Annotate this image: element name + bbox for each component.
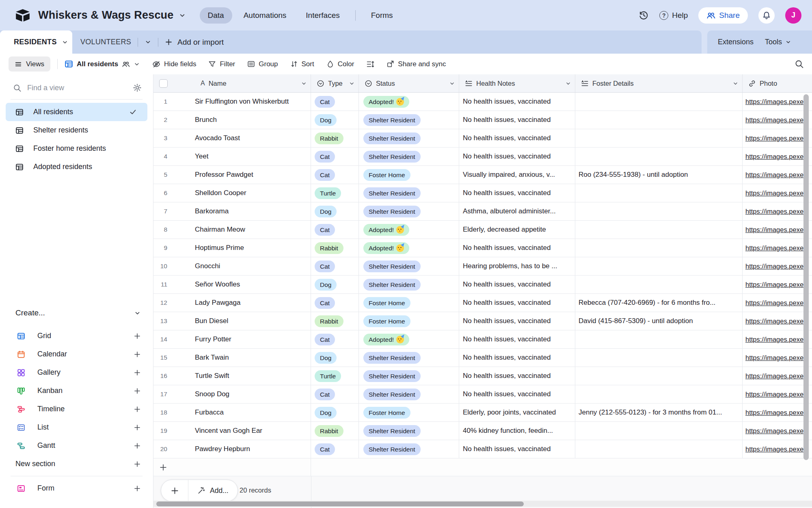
cell-status[interactable]: Foster Home [359,312,459,330]
cell-health-notes[interactable]: Hearing problems, has to be ... [459,257,575,275]
plus-icon[interactable] [134,387,141,395]
table-row[interactable]: 11Señor WooflesDogShelter ResidentNo hea… [153,276,812,294]
cell-health-notes[interactable]: No health issues, vaccinated [459,440,575,458]
cell-foster-details[interactable] [575,385,743,403]
photo-link[interactable]: https://images.pexe [743,208,803,215]
table-row[interactable]: 3Avocado ToastRabbitShelter ResidentNo h… [153,129,812,148]
cell-health-notes[interactable]: Asthma, albuterol administer... [459,202,575,220]
cell-health-notes[interactable]: No health issues, vaccinated [459,239,575,257]
cell-foster-details[interactable] [575,349,743,367]
sidebar-view-all-residents[interactable]: All residents [6,103,147,121]
create-item-gallery[interactable]: Gallery [0,363,153,382]
table-row[interactable]: 9Hoptimus PrimeRabbitAdopted!No health i… [153,239,812,257]
cell-health-notes[interactable]: No health issues, vaccinated [459,148,575,165]
cell-foster-details[interactable] [575,184,743,202]
cell-status[interactable]: Foster Home [359,294,459,312]
cell-status[interactable]: Shelter Resident [359,148,459,165]
cell-photo[interactable]: https://images.pexe [743,148,812,165]
cell-health-notes[interactable]: No health issues, vaccinated [459,184,575,202]
photo-link[interactable]: https://images.pexe [743,317,803,325]
plus-icon[interactable] [134,406,141,413]
create-item-gantt[interactable]: Gantt [0,436,153,455]
table-row[interactable]: 19Vincent van Gogh EarRabbitShelter Resi… [153,422,812,440]
cell-photo[interactable]: https://images.pexe [743,294,812,312]
cell-foster-details[interactable]: Rebecca (707-420-6969) - for 6 months fr… [575,294,743,312]
cell-name[interactable]: 11Señor Woofles [153,276,311,293]
photo-link[interactable]: https://images.pexe [743,153,803,161]
cell-foster-details[interactable] [575,202,743,220]
cell-photo[interactable]: https://images.pexe [743,257,812,275]
cell-status[interactable]: Shelter Resident [359,257,459,275]
cell-name[interactable]: 7Barkorama [153,202,311,220]
cell-health-notes[interactable]: No health issues, vaccinated [459,330,575,348]
row-height-button[interactable] [366,60,374,68]
column-chevron-icon[interactable] [349,80,355,87]
table-row[interactable]: 14Furry PotterCatAdopted!No health issue… [153,330,812,349]
search-icon[interactable] [795,59,804,69]
group-button[interactable]: Group [247,60,278,68]
column-header-type[interactable]: Type [311,74,359,92]
cell-foster-details[interactable]: Jenny (212-555-0123) - for 3 months from… [575,404,743,421]
cell-photo[interactable]: https://images.pexe [743,404,812,421]
cell-type[interactable]: Cat [311,440,359,458]
cell-name[interactable]: 20Pawdrey Hepburn [153,440,311,458]
cell-health-notes[interactable]: No health issues, vaccinated [459,276,575,293]
cell-status[interactable]: Shelter Resident [359,440,459,458]
cell-foster-details[interactable] [575,257,743,275]
cell-type[interactable]: Turtle [311,367,359,385]
cell-photo[interactable]: https://images.pexe [743,93,812,111]
cell-health-notes[interactable]: No health issues, vaccinated [459,349,575,367]
create-section-header[interactable]: Create... [0,303,153,323]
create-item-timeline[interactable]: Timeline [0,400,153,418]
plus-icon[interactable] [134,369,141,376]
cell-foster-details[interactable] [575,440,743,458]
photo-link[interactable]: https://images.pexe [743,299,803,307]
cell-health-notes[interactable]: Visually impaired, anxious, v... [459,166,575,184]
vertical-scrollbar-thumb[interactable] [803,94,809,460]
select-all-checkbox[interactable] [159,79,168,88]
cell-photo[interactable]: https://images.pexe [743,221,812,239]
cell-type[interactable]: Dog [311,202,359,220]
cell-name[interactable]: 15Bark Twain [153,349,311,367]
table-row[interactable]: 2BrunchDogShelter ResidentNo health issu… [153,111,812,129]
cell-photo[interactable]: https://images.pexe [743,166,812,184]
cell-status[interactable]: Shelter Resident [359,385,459,403]
cell-name[interactable]: 13Bun Diesel [153,312,311,330]
tab-volunteers[interactable]: VOLUNTEERS [80,38,131,46]
cell-photo[interactable]: https://images.pexe [743,385,812,403]
photo-link[interactable]: https://images.pexe [743,226,803,234]
cell-status[interactable]: Foster Home [359,404,459,421]
column-chevron-icon[interactable] [565,80,571,87]
table-row[interactable]: 17Snoop DogCatShelter ResidentNo health … [153,385,812,404]
cell-health-notes[interactable]: No health issues, vaccinated [459,111,575,129]
add-record-row[interactable] [153,458,812,476]
cell-photo[interactable]: https://images.pexe [743,202,812,220]
cell-status[interactable]: Shelter Resident [359,184,459,202]
column-chevron-icon[interactable] [732,80,739,87]
cell-name[interactable]: 12Lady Pawgaga [153,294,311,312]
add-with-ai-button[interactable]: Add... [188,480,238,501]
create-item-calendar[interactable]: Calendar [0,345,153,363]
cell-health-notes[interactable]: 40% kidney function, feedin... [459,422,575,440]
table-row[interactable]: 5Professor PawdgetCatFoster HomeVisually… [153,166,812,184]
sort-button[interactable]: Sort [290,60,314,68]
views-button[interactable]: Views [9,56,50,72]
cell-type[interactable]: Turtle [311,184,359,202]
current-view-button[interactable]: All residents [65,60,140,68]
cell-photo[interactable]: https://images.pexe [743,440,812,458]
table-row[interactable]: 15Bark TwainDogShelter ResidentNo health… [153,349,812,367]
create-item-form[interactable]: Form [0,479,153,497]
cell-type[interactable]: Cat [311,330,359,348]
table-row[interactable]: 1Sir Fluffington von WhiskerbuttCatAdopt… [153,93,812,111]
plus-icon[interactable] [134,332,141,340]
column-header-foster-details[interactable]: Foster Details [575,74,743,92]
hide-fields-button[interactable]: Hide fields [152,60,196,68]
cell-name[interactable]: 16Turtle Swift [153,367,311,385]
table-row[interactable]: 4YeetCatShelter ResidentNo health issues… [153,148,812,166]
cell-type[interactable]: Rabbit [311,129,359,147]
cell-foster-details[interactable]: Roo (234-555-1938) - until adoption [575,166,743,184]
plus-icon[interactable] [134,442,141,449]
photo-link[interactable]: https://images.pexe [743,171,803,179]
user-avatar[interactable]: J [785,7,801,24]
create-item-grid[interactable]: Grid [0,327,153,345]
